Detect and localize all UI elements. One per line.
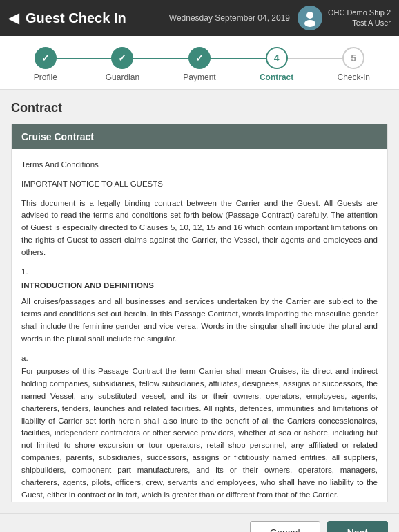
step-label-checkin: Check-in [338,73,370,82]
avatar [298,6,322,30]
step-circle-guardian: ✓ [111,47,133,69]
checkmark-profile: ✓ [41,53,50,64]
step-circle-profile: ✓ [35,47,57,69]
step-num-contract: 4 [274,53,280,64]
contract-header: Cruise Contract [12,124,387,149]
user-details: OHC Demo Ship 2 Test A User [328,8,391,29]
step-contract: 4 Contract [238,47,315,82]
step-checkin: 5 Check-in [315,47,392,82]
step-circle-checkin: 5 [342,47,364,69]
notice-body: This document is a legally binding contr… [21,198,378,259]
header-date: Wednesday September 04, 2019 [162,13,298,23]
section1-body: All cruises/passages and all businesses … [21,296,378,345]
step-label-guardian: Guardian [106,73,139,82]
back-button[interactable]: ◀ [8,10,19,26]
step-circle-payment: ✓ [188,47,211,69]
contract-body[interactable]: Terms And Conditions IMPORTANT NOTICE TO… [12,149,387,502]
page-title: Contract [11,101,388,115]
notice-title: IMPORTANT NOTICE TO ALL GUESTS [21,178,378,191]
cancel-button[interactable]: Cancel [250,521,320,532]
user-name: Test A User [328,18,391,28]
sub-a-body: For purposes of this Passage Contract th… [21,365,378,501]
step-profile: ✓ Profile [7,47,84,82]
app-header: ◀ Guest Check In Wednesday September 04,… [0,0,399,36]
app-title: Guest Check In [26,10,162,26]
next-button[interactable]: Next [327,521,388,532]
step-circle-contract: 4 [266,47,288,69]
step-guardian: ✓ Guardian [84,47,162,82]
section1-num: 1. [21,266,378,278]
footer: Cancel Next [0,513,399,532]
step-payment: ✓ Payment [161,47,238,82]
svg-point-0 [306,12,313,19]
user-info: OHC Demo Ship 2 Test A User [298,6,391,30]
svg-point-1 [304,20,315,27]
terms-title: Terms And Conditions [21,159,378,171]
step-label-contract: Contract [260,73,293,82]
step-label-profile: Profile [34,73,57,82]
stepper: ✓ Profile ✓ Guardian ✓ Payment 4 Contrac… [0,36,399,90]
main-content: Contract Cruise Contract Terms And Condi… [0,90,399,513]
contract-box: Cruise Contract Terms And Conditions IMP… [11,124,388,502]
sub-a-label: a. [21,352,378,365]
step-num-checkin: 5 [351,53,356,64]
checkmark-payment: ✓ [195,53,204,64]
step-label-payment: Payment [183,73,215,82]
checkmark-guardian: ✓ [118,53,126,64]
ship-name: OHC Demo Ship 2 [328,8,391,18]
section1-title: INTRODUCTION AND DEFINITIONS [21,280,378,292]
